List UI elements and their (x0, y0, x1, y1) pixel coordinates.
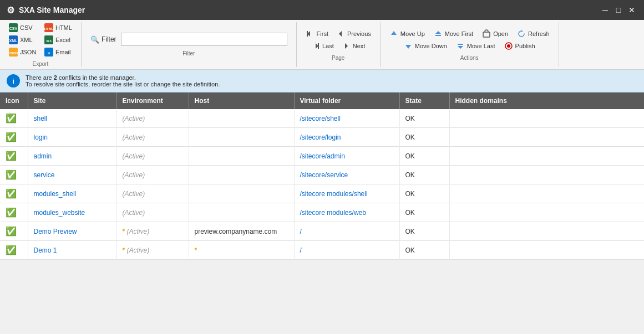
site-link[interactable]: admin (34, 152, 52, 160)
state-value: OK (405, 171, 415, 179)
filter-group: 🔍 Filter Filter (82, 22, 297, 67)
table-row[interactable]: ✅login(Active)/sitecore/loginOK (0, 128, 644, 147)
table-row[interactable]: ✅modules_website(Active)/sitecore module… (0, 203, 644, 222)
first-button[interactable]: First (302, 28, 332, 39)
html-button[interactable]: HTML HTML (41, 22, 75, 33)
filter-search-icon: 🔍 (90, 35, 99, 44)
move-down-icon (404, 42, 413, 50)
cell-hidden-domains (449, 184, 644, 203)
state-value: OK (405, 133, 415, 141)
move-up-button[interactable]: Move Up (386, 28, 428, 39)
table-row[interactable]: ✅Demo 1* (Active)*/OK (0, 241, 644, 260)
cell-virtual-folder: /sitecore/login (294, 128, 399, 147)
open-button[interactable]: Open (479, 28, 511, 39)
svg-rect-16 (318, 43, 319, 49)
vf-link[interactable]: /sitecore/shell (300, 115, 341, 122)
filter-input[interactable] (121, 33, 287, 46)
title-bar-controls: ─ □ ✕ (600, 4, 637, 16)
svg-text:HTML: HTML (44, 27, 53, 30)
vf-link[interactable]: /sitecore/admin (300, 152, 345, 160)
vf-link[interactable]: /sitecore modules/web (300, 209, 366, 217)
cell-site: service (28, 166, 116, 184)
svg-rect-13 (307, 31, 308, 37)
cell-host (189, 184, 294, 203)
site-link[interactable]: service (34, 171, 55, 179)
cell-hidden-domains (449, 241, 644, 260)
site-link[interactable]: login (34, 133, 48, 141)
site-link[interactable]: modules_website (34, 209, 85, 217)
cell-virtual-folder: / (294, 222, 399, 241)
col-header-host: Host (189, 93, 294, 109)
cell-icon: ✅ (0, 128, 28, 147)
cell-state: OK (399, 128, 449, 147)
env-active: (Active) (123, 209, 145, 217)
actions-group-label: Actions (460, 55, 479, 61)
actions-row-top: Move Up Move First Open Refresh (386, 28, 553, 39)
site-link[interactable]: Demo 1 (34, 246, 57, 254)
cell-host (189, 166, 294, 184)
maximize-button[interactable]: □ (613, 4, 624, 16)
last-button[interactable]: Last (308, 40, 337, 52)
cell-virtual-folder: /sitecore modules/web (294, 203, 399, 222)
site-link[interactable]: shell (34, 115, 48, 122)
minimize-button[interactable]: ─ (600, 4, 611, 16)
vf-link[interactable]: /sitecore/login (300, 133, 341, 141)
cell-icon: ✅ (0, 147, 28, 166)
state-value: OK (405, 209, 415, 217)
cell-site: Demo 1 (28, 241, 116, 260)
env-active: (Active) (123, 190, 145, 198)
site-link[interactable]: Demo Preview (34, 228, 77, 235)
cell-hidden-domains (449, 109, 644, 128)
table-row[interactable]: ✅admin(Active)/sitecore/adminOK (0, 147, 644, 166)
check-icon: ✅ (6, 245, 17, 255)
vf-link[interactable]: / (300, 246, 302, 254)
cell-icon: ✅ (0, 184, 28, 203)
cell-state: OK (399, 109, 449, 128)
json-button[interactable]: JSON JSON (6, 47, 40, 58)
refresh-icon (517, 29, 526, 38)
page-group-label: Page (332, 55, 344, 61)
state-value: OK (405, 115, 415, 122)
col-header-icon: Icon (0, 93, 28, 109)
move-first-button[interactable]: Move First (430, 28, 476, 39)
vf-link[interactable]: /sitecore modules/shell (300, 190, 368, 198)
table-row[interactable]: ✅Demo Preview* (Active)preview.companyna… (0, 222, 644, 241)
app-title: SXA Site Manager (19, 6, 85, 14)
env-active: (Active) (123, 115, 145, 122)
state-value: OK (405, 152, 415, 160)
env-active: (Active) (123, 133, 145, 141)
filter-label-text: Filter (102, 35, 116, 43)
html-icon: HTML (44, 23, 53, 32)
table-body: ✅shell(Active)/sitecore/shellOK✅login(Ac… (0, 109, 644, 260)
svg-marker-17 (345, 43, 348, 49)
cell-host (189, 203, 294, 222)
site-link[interactable]: modules_shell (34, 190, 77, 198)
table-row[interactable]: ✅modules_shell(Active)/sitecore modules/… (0, 184, 644, 203)
excel-icon: XLS (44, 35, 53, 44)
cell-icon: ✅ (0, 241, 28, 260)
csv-icon: CSV (9, 23, 18, 32)
previous-button[interactable]: Previous (333, 28, 374, 39)
vf-link[interactable]: /sitecore/service (300, 171, 348, 179)
next-button[interactable]: Next (338, 40, 369, 52)
vf-link[interactable]: / (300, 228, 302, 235)
email-button[interactable]: ✉ Email (41, 47, 75, 58)
close-button[interactable]: ✕ (626, 4, 637, 16)
table-row[interactable]: ✅service(Active)/sitecore/serviceOK (0, 166, 644, 184)
xml-button[interactable]: XML XML (6, 34, 40, 45)
csv-button[interactable]: CSV CSV (6, 22, 40, 33)
move-last-button[interactable]: Move Last (453, 40, 499, 52)
refresh-button[interactable]: Refresh (514, 28, 553, 39)
table-row[interactable]: ✅shell(Active)/sitecore/shellOK (0, 109, 644, 128)
cell-site: login (28, 128, 116, 147)
state-value: OK (405, 228, 415, 235)
svg-rect-21 (483, 32, 490, 37)
excel-button[interactable]: XLS Excel (41, 34, 75, 45)
svg-text:JSON: JSON (9, 52, 18, 55)
svg-marker-22 (521, 30, 523, 32)
move-down-button[interactable]: Move Down (400, 40, 450, 52)
host-asterisk: * (195, 246, 197, 254)
app-icon: ⚙ (7, 5, 14, 16)
publish-button[interactable]: Publish (501, 40, 539, 52)
svg-marker-14 (339, 31, 342, 37)
